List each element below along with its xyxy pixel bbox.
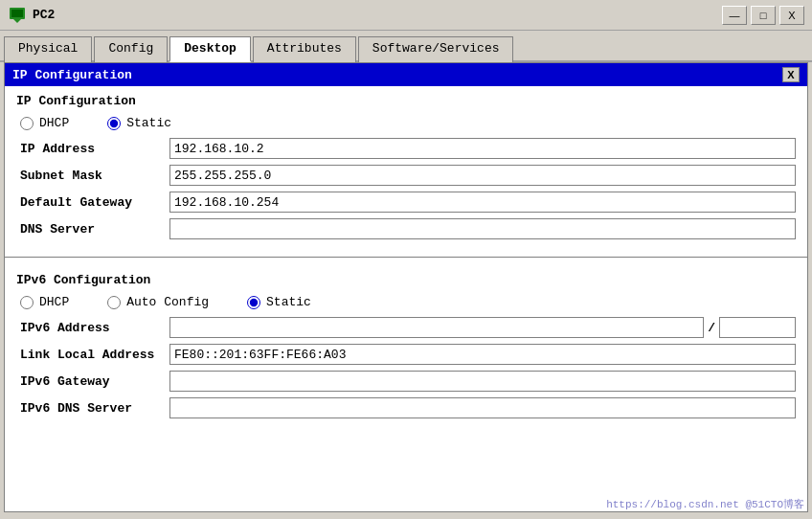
ipv6-section: IPv6 Configuration DHCP Auto Config Stat…: [5, 265, 807, 432]
link-local-row: Link Local Address: [16, 344, 796, 365]
ipv6-static-option[interactable]: Static: [247, 295, 311, 309]
section-divider: [5, 257, 807, 258]
dns-server-label: DNS Server: [16, 222, 169, 237]
ipv6-auto-config-radio[interactable]: [107, 296, 121, 309]
ipv6-gateway-input[interactable]: [169, 371, 796, 392]
ipv6-auto-config-option[interactable]: Auto Config: [107, 295, 209, 309]
ipv6-dhcp-label: DHCP: [39, 295, 69, 309]
ipv6-gateway-row: IPv6 Gateway: [16, 371, 796, 392]
ipv6-slash: /: [708, 321, 715, 335]
dns-server-row: DNS Server: [16, 218, 796, 239]
config-panel-close-button[interactable]: X: [782, 67, 800, 82]
ip-address-row: IP Address: [16, 138, 796, 159]
ipv6-address-label: IPv6 Address: [16, 321, 169, 335]
link-local-label: Link Local Address: [16, 348, 169, 362]
subnet-mask-row: Subnet Mask: [16, 165, 796, 186]
link-local-input[interactable]: [169, 344, 796, 365]
tab-physical[interactable]: Physical: [4, 36, 92, 62]
ipv6-address-input[interactable]: [169, 317, 704, 338]
subnet-mask-input[interactable]: [169, 165, 796, 186]
ip-address-input[interactable]: [169, 138, 796, 159]
ipv4-section-title: IP Configuration: [16, 94, 796, 108]
ipv4-radio-row: DHCP Static: [16, 116, 796, 130]
ipv4-section: IP Configuration DHCP Static IP Address …: [5, 86, 807, 253]
ipv6-radio-row: DHCP Auto Config Static: [16, 295, 796, 309]
tab-attributes[interactable]: Attributes: [253, 36, 356, 62]
main-content: IP Configuration X IP Configuration DHCP…: [4, 62, 808, 512]
app-icon: [8, 6, 27, 25]
ipv6-address-row: IPv6 Address /: [16, 317, 796, 338]
ip-address-label: IP Address: [16, 142, 169, 156]
ipv6-prefix-input[interactable]: [719, 317, 796, 338]
svg-rect-3: [15, 19, 19, 21]
ipv6-dns-input[interactable]: [169, 397, 796, 418]
ipv4-dhcp-label: DHCP: [39, 116, 69, 130]
ipv6-static-label: Static: [266, 295, 311, 309]
default-gateway-label: Default Gateway: [16, 195, 169, 210]
ipv6-gateway-label: IPv6 Gateway: [16, 374, 169, 389]
ipv4-static-option[interactable]: Static: [107, 116, 171, 130]
ipv6-static-radio[interactable]: [247, 296, 260, 309]
ipv4-dhcp-option[interactable]: DHCP: [20, 116, 69, 130]
tab-bar: Physical Config Desktop Attributes Softw…: [0, 31, 812, 62]
tab-software-services[interactable]: Software/Services: [358, 36, 514, 62]
svg-rect-1: [11, 10, 23, 17]
default-gateway-row: Default Gateway: [16, 192, 796, 213]
title-bar-controls: — □ X: [722, 6, 804, 25]
tab-config[interactable]: Config: [94, 36, 168, 62]
title-bar: PC2 — □ X: [0, 0, 812, 31]
title-bar-left: PC2: [8, 6, 55, 25]
ipv6-section-title: IPv6 Configuration: [16, 273, 796, 287]
tab-desktop[interactable]: Desktop: [169, 36, 251, 62]
ipv6-auto-config-label: Auto Config: [126, 295, 209, 309]
ipv6-dhcp-option[interactable]: DHCP: [20, 295, 69, 309]
minimize-button[interactable]: —: [722, 6, 747, 25]
ipv4-dhcp-radio[interactable]: [20, 117, 34, 130]
subnet-mask-label: Subnet Mask: [16, 169, 169, 183]
ipv6-dhcp-radio[interactable]: [20, 296, 34, 309]
ipv6-dns-row: IPv6 DNS Server: [16, 397, 796, 418]
ipv6-address-input-row: /: [169, 317, 796, 338]
maximize-button[interactable]: □: [751, 6, 776, 25]
dns-server-input[interactable]: [169, 218, 796, 239]
config-panel-title: IP Configuration: [12, 68, 132, 82]
ipv6-dns-label: IPv6 DNS Server: [16, 401, 169, 416]
config-panel-header: IP Configuration X: [5, 63, 807, 86]
ipv4-static-radio[interactable]: [107, 117, 121, 130]
default-gateway-input[interactable]: [169, 192, 796, 213]
window-close-button[interactable]: X: [779, 6, 804, 25]
ipv4-static-label: Static: [126, 116, 171, 130]
window-title: PC2: [33, 8, 55, 22]
